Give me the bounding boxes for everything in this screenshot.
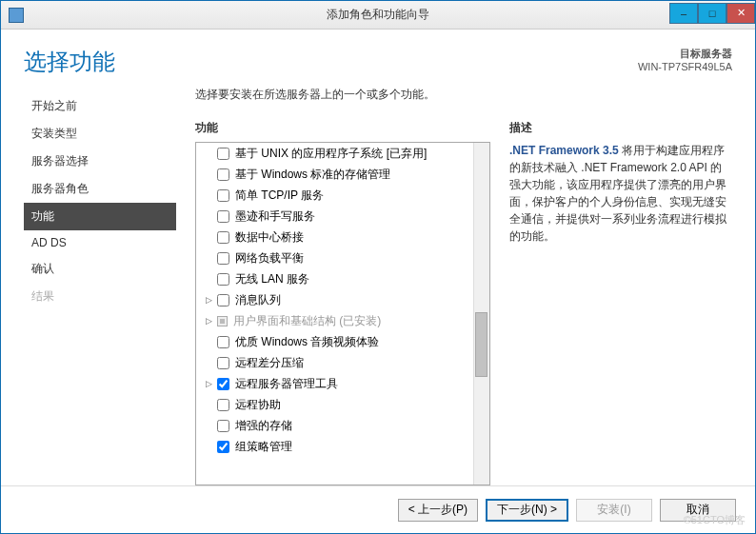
description-header: 描述 [509, 120, 732, 136]
feature-row[interactable]: 基于 UNIX 的应用程序子系统 [已弃用] [196, 143, 489, 164]
feature-checkbox[interactable] [217, 252, 229, 265]
feature-checkbox[interactable] [217, 168, 229, 181]
feature-row[interactable]: ▷用户界面和基础结构 (已安装) [196, 310, 489, 331]
feature-row[interactable]: 数据中心桥接 [196, 227, 489, 247]
titlebar: 添加角色和功能向导 – □ ✕ [1, 1, 755, 30]
feature-checkbox[interactable] [217, 189, 229, 202]
scrollbar-thumb[interactable] [475, 312, 487, 377]
description-column: 描述 .NET Framework 3.5 将用于构建应用程序的新技术融入 .N… [509, 120, 732, 485]
wizard-step-2[interactable]: 服务器选择 [24, 148, 176, 175]
feature-label: 消息队列 [235, 292, 281, 308]
feature-row[interactable]: 墨迹和手写服务 [196, 206, 489, 227]
feature-row[interactable]: 优质 Windows 音频视频体验 [196, 331, 489, 352]
feature-row[interactable]: 远程差分压缩 [196, 352, 489, 373]
feature-label: 远程差分压缩 [235, 355, 304, 371]
maximize-button[interactable]: □ [698, 3, 726, 24]
feature-label: 用户界面和基础结构 (已安装) [233, 313, 381, 329]
feature-row[interactable]: 组策略管理 [196, 436, 489, 457]
next-button[interactable]: 下一步(N) > [486, 499, 568, 522]
feature-checkbox[interactable] [217, 441, 229, 453]
feature-row[interactable]: 基于 Windows 标准的存储管理 [196, 164, 489, 185]
feature-label: 优质 Windows 音频视频体验 [235, 334, 379, 350]
feature-checkbox[interactable] [217, 294, 229, 307]
window-title: 添加角色和功能向导 [327, 7, 429, 23]
close-button[interactable]: ✕ [726, 3, 755, 24]
description-text: .NET Framework 3.5 将用于构建应用程序的新技术融入 .NET … [509, 142, 732, 245]
instruction-text: 选择要安装在所选服务器上的一个或多个功能。 [195, 87, 732, 103]
feature-checkbox[interactable] [217, 231, 229, 244]
expand-icon[interactable]: ▷ [204, 295, 213, 305]
expand-icon[interactable]: ▷ [204, 316, 213, 326]
feature-row[interactable]: ▷消息队列 [196, 289, 489, 310]
feature-label: 基于 Windows 标准的存储管理 [235, 167, 390, 183]
body-row: 开始之前安装类型服务器选择服务器角色功能AD DS确认结果 选择要安装在所选服务… [1, 87, 755, 485]
wizard-step-6[interactable]: 确认 [24, 255, 176, 283]
description-body: 将用于构建应用程序的新技术融入 .NET Framework 2.0 API 的… [509, 144, 726, 243]
content-panels: 功能 基于 UNIX 的应用程序子系统 [已弃用]基于 Windows 标准的存… [195, 120, 732, 485]
feature-checkbox[interactable] [217, 336, 229, 348]
feature-checkbox[interactable] [217, 378, 229, 390]
previous-button[interactable]: < 上一步(P) [398, 499, 478, 522]
feature-label: 增强的存储 [235, 418, 292, 434]
window-controls: – □ ✕ [669, 7, 755, 24]
feature-checkbox[interactable] [217, 273, 229, 286]
watermark: ©51CTO博客 [684, 513, 746, 527]
server-info: 目标服务器 WIN-TP7SFR49L5A [638, 47, 732, 74]
feature-label: 组策略管理 [235, 439, 292, 455]
feature-row[interactable]: 简单 TCP/IP 服务 [196, 185, 489, 206]
content-area: 选择要安装在所选服务器上的一个或多个功能。 功能 基于 UNIX 的应用程序子系… [176, 87, 732, 485]
features-column: 功能 基于 UNIX 的应用程序子系统 [已弃用]基于 Windows 标准的存… [195, 120, 490, 485]
feature-label: 无线 LAN 服务 [235, 271, 309, 287]
server-name: WIN-TP7SFR49L5A [638, 60, 732, 73]
wizard-step-5[interactable]: AD DS [24, 230, 176, 255]
feature-checkbox[interactable] [217, 210, 229, 223]
header-row: 选择功能 目标服务器 WIN-TP7SFR49L5A [1, 30, 755, 87]
feature-label: 墨迹和手写服务 [235, 208, 315, 225]
feature-label: 基于 UNIX 的应用程序子系统 [已弃用] [235, 146, 427, 162]
feature-checkbox[interactable] [217, 399, 229, 411]
wizard-step-0[interactable]: 开始之前 [24, 92, 176, 120]
wizard-step-4[interactable]: 功能 [24, 203, 176, 230]
description-bold: .NET Framework 3.5 [509, 144, 619, 157]
feature-checkbox[interactable] [217, 357, 229, 369]
features-header: 功能 [195, 120, 490, 136]
wizard-step-3[interactable]: 服务器角色 [24, 175, 176, 203]
checkbox-installed-icon [217, 316, 228, 326]
wizard-sidebar: 开始之前安装类型服务器选择服务器角色功能AD DS确认结果 [24, 87, 176, 485]
minimize-button[interactable]: – [669, 3, 698, 24]
feature-row[interactable]: 网络负载平衡 [196, 247, 489, 268]
buttons-row: < 上一步(P) 下一步(N) > 安装(I) 取消 [1, 485, 755, 533]
feature-row[interactable]: 无线 LAN 服务 [196, 268, 489, 289]
wizard-step-7: 结果 [24, 283, 176, 310]
scrollbar-track[interactable] [473, 143, 489, 485]
feature-row[interactable]: ▷远程服务器管理工具 [196, 373, 489, 394]
wizard-step-1[interactable]: 安装类型 [24, 120, 176, 148]
expand-icon[interactable]: ▷ [204, 379, 213, 388]
feature-label: 简单 TCP/IP 服务 [235, 188, 324, 204]
feature-checkbox[interactable] [217, 148, 229, 160]
feature-row[interactable]: 增强的存储 [196, 415, 489, 436]
feature-label: 远程协助 [235, 397, 281, 413]
install-button[interactable]: 安装(I) [576, 499, 652, 522]
app-icon [9, 8, 24, 23]
feature-label: 远程服务器管理工具 [235, 376, 338, 392]
main-area: 选择功能 目标服务器 WIN-TP7SFR49L5A 开始之前安装类型服务器选择… [1, 30, 755, 533]
page-title: 选择功能 [24, 47, 638, 77]
features-listbox[interactable]: 基于 UNIX 的应用程序子系统 [已弃用]基于 Windows 标准的存储管理… [195, 142, 490, 485]
target-server-label: 目标服务器 [638, 47, 732, 60]
feature-row[interactable]: 远程协助 [196, 394, 489, 415]
feature-label: 数据中心桥接 [235, 229, 304, 246]
feature-checkbox[interactable] [217, 420, 229, 432]
feature-label: 网络负载平衡 [235, 250, 304, 267]
